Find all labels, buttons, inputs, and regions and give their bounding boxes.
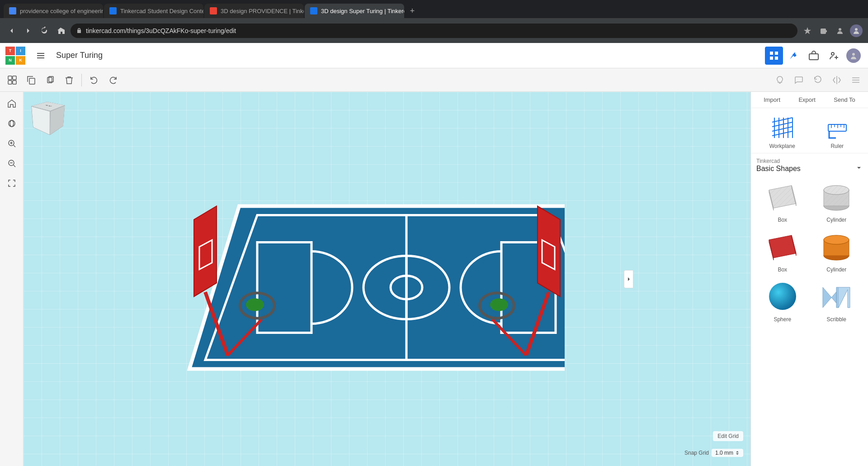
zoom-in-button[interactable]: [4, 135, 20, 152]
cube-3d-container: TOP: [33, 105, 64, 137]
shape-grey-cylinder[interactable]: Cylinder: [812, 179, 861, 223]
grey-box-shape-icon: [760, 179, 805, 215]
tab-3[interactable]: 3D design PROVIDENCE | Tinker... ✕: [204, 4, 304, 18]
shape-scribble[interactable]: Scribble: [812, 278, 861, 323]
workplane-label: Workplane: [769, 143, 795, 149]
rotate-button[interactable]: [809, 71, 826, 89]
copy-button[interactable]: [23, 71, 40, 89]
toolbar: [0, 68, 868, 92]
mirror-button[interactable]: [828, 71, 845, 89]
court-container: [180, 165, 565, 402]
svg-rect-7: [770, 57, 773, 60]
logo-t: T: [5, 47, 15, 55]
forward-button[interactable]: [22, 24, 34, 37]
workplane-tool[interactable]: Workplane: [769, 115, 795, 149]
grid-view-button[interactable]: [765, 47, 783, 65]
panel-toggle-button[interactable]: [624, 270, 633, 288]
snap-grid-label: Snap Grid: [684, 450, 709, 456]
shape-red-box[interactable]: Box: [758, 228, 807, 273]
delete-button[interactable]: [61, 71, 78, 89]
svg-marker-53: [538, 206, 560, 296]
back-button[interactable]: [5, 24, 18, 37]
svg-rect-14: [8, 76, 12, 80]
shape-grey-box[interactable]: Box: [758, 179, 807, 223]
svg-rect-4: [37, 57, 44, 58]
undo-button[interactable]: [85, 71, 103, 89]
copy-icon: [26, 75, 36, 85]
portfolio-button[interactable]: [805, 47, 823, 65]
home-view-button[interactable]: [4, 95, 20, 112]
shape-sphere[interactable]: Sphere: [758, 278, 807, 323]
svg-point-84: [824, 185, 849, 195]
shape-orange-cylinder[interactable]: Cylinder: [812, 228, 861, 273]
svg-rect-8: [775, 57, 778, 60]
svg-marker-78: [769, 185, 796, 208]
import-button[interactable]: Import: [764, 96, 780, 103]
shapes-title: Basic Shapes: [756, 165, 801, 173]
svg-line-30: [14, 145, 15, 147]
pickaxe-button[interactable]: [785, 47, 803, 65]
duplicate-button[interactable]: [42, 71, 59, 89]
grid-controls: Edit Grid: [713, 431, 743, 441]
reload-button[interactable]: [38, 24, 51, 37]
ruler-tool[interactable]: Ruler: [825, 115, 849, 149]
extensions-button[interactable]: [817, 24, 830, 37]
svg-rect-68: [828, 124, 846, 131]
svg-line-61: [772, 127, 793, 131]
tab-favicon-2: [109, 7, 117, 14]
toolbar-separator-1: [81, 74, 82, 86]
profile-button[interactable]: [834, 24, 846, 37]
svg-rect-17: [13, 81, 16, 84]
view-cube[interactable]: TOP: [33, 101, 64, 137]
tab-2[interactable]: Tinkercad Student Design Conte... ✕: [104, 4, 203, 18]
user-avatar[interactable]: [850, 24, 863, 37]
zoom-in-icon: [7, 138, 17, 148]
home-button[interactable]: [54, 24, 67, 37]
reset-view-button[interactable]: [4, 175, 20, 191]
address-bar[interactable]: tinkercad.com/things/3uDcQZAkFKo-super-t…: [71, 24, 797, 38]
tab-title-1: providence college of engineerin...: [20, 8, 103, 14]
comment-button[interactable]: [790, 71, 807, 89]
chevron-right-icon: [626, 276, 632, 282]
workplane-icon: [770, 115, 795, 140]
tab-4[interactable]: 3D design Super Turing | Tinkerc... ✕: [305, 4, 404, 18]
svg-point-1: [855, 28, 858, 31]
svg-point-52: [246, 298, 264, 311]
menu-icon-button[interactable]: [33, 48, 49, 64]
group-button[interactable]: [4, 71, 21, 89]
svg-rect-3: [37, 55, 44, 56]
viewport[interactable]: TOP: [24, 92, 750, 466]
edit-grid-button[interactable]: Edit Grid: [713, 431, 743, 441]
shapes-category-header: Tinkercad Basic Shapes: [751, 153, 868, 175]
undo-icon: [89, 75, 99, 85]
tab-title-3: 3D design PROVIDENCE | Tinker...: [221, 8, 304, 14]
zoom-out-button[interactable]: [4, 155, 20, 171]
svg-line-62: [772, 131, 793, 136]
svg-rect-18: [29, 78, 35, 84]
svg-rect-5: [770, 52, 773, 55]
portfolio-icon: [808, 50, 819, 61]
zoom-out-icon: [7, 158, 17, 168]
app: T I N K Super Turing: [0, 43, 868, 466]
svg-line-59: [772, 118, 793, 122]
send-to-button[interactable]: Send To: [834, 96, 855, 103]
svg-point-26: [10, 120, 14, 127]
svg-rect-6: [775, 52, 778, 55]
add-person-button[interactable]: [825, 47, 843, 65]
new-tab-button[interactable]: +: [405, 4, 420, 18]
basketball-court-svg: [180, 165, 565, 400]
snap-grid-control[interactable]: 1.0 mm: [712, 449, 743, 457]
tinkercad-logo: T I N K: [5, 47, 25, 65]
rotate-view-button[interactable]: [4, 115, 20, 132]
export-button[interactable]: Export: [798, 96, 816, 103]
bookmark-button[interactable]: [801, 24, 814, 37]
align-button[interactable]: [847, 71, 864, 89]
panel-header-actions: Import Export Send To: [751, 92, 868, 108]
shapes-dropdown-button[interactable]: [855, 164, 863, 173]
user-menu-button[interactable]: [844, 47, 863, 65]
main-area: TOP: [0, 92, 868, 466]
grid-icon: [769, 50, 779, 61]
tab-1[interactable]: providence college of engineerin... ✕: [4, 4, 103, 18]
light-button[interactable]: [771, 71, 788, 89]
redo-button[interactable]: [104, 71, 122, 89]
